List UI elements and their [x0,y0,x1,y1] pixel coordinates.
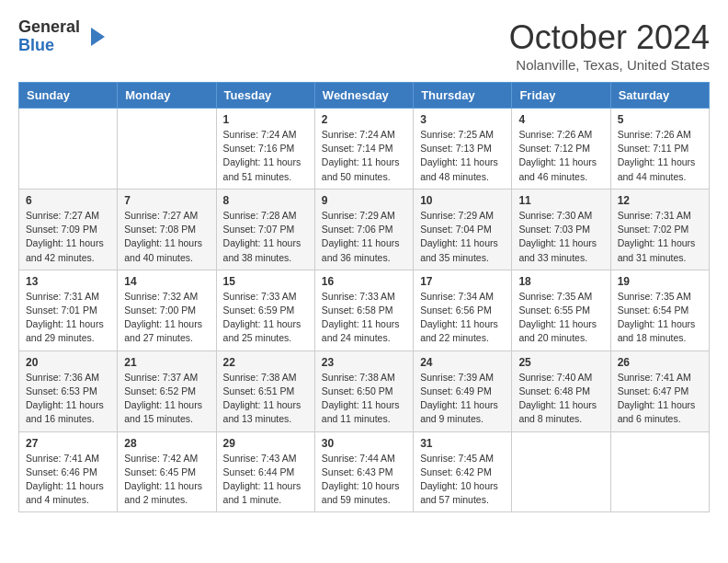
calendar-cell [118,109,216,190]
day-number: 5 [618,113,702,126]
day-number: 21 [124,356,209,369]
day-number: 18 [518,275,603,288]
calendar-header-saturday: Saturday [610,83,709,109]
calendar-week-row: 6Sunrise: 7:27 AM Sunset: 7:09 PM Daylig… [19,189,710,270]
day-number: 22 [223,356,308,369]
day-info: Sunrise: 7:27 AM Sunset: 7:09 PM Dayligh… [26,209,110,265]
calendar-header-friday: Friday [512,83,610,109]
logo-blue-text: Blue [18,37,80,55]
day-info: Sunrise: 7:33 AM Sunset: 6:59 PM Dayligh… [223,290,308,346]
day-number: 14 [124,275,209,288]
day-info: Sunrise: 7:40 AM Sunset: 6:48 PM Dayligh… [518,371,603,427]
day-info: Sunrise: 7:24 AM Sunset: 7:16 PM Dayligh… [223,128,308,184]
day-number: 24 [420,356,505,369]
day-number: 15 [223,275,308,288]
page-header: General Blue October 2024 Nolanville, Te… [18,18,710,73]
day-number: 17 [420,275,505,288]
month-title: October 2024 [509,18,710,57]
day-number: 29 [223,437,308,450]
calendar-header-sunday: Sunday [19,83,118,109]
calendar-week-row: 20Sunrise: 7:36 AM Sunset: 6:53 PM Dayli… [19,350,710,431]
day-number: 3 [420,113,505,126]
day-number: 7 [124,194,209,207]
day-number: 2 [322,113,406,126]
day-info: Sunrise: 7:33 AM Sunset: 6:58 PM Dayligh… [322,290,406,346]
day-info: Sunrise: 7:41 AM Sunset: 6:46 PM Dayligh… [26,452,110,508]
day-info: Sunrise: 7:36 AM Sunset: 6:53 PM Dayligh… [26,371,110,427]
calendar-cell: 5Sunrise: 7:26 AM Sunset: 7:11 PM Daylig… [610,109,709,190]
day-info: Sunrise: 7:42 AM Sunset: 6:45 PM Dayligh… [124,452,209,508]
calendar-cell: 19Sunrise: 7:35 AM Sunset: 6:54 PM Dayli… [610,270,709,350]
calendar-cell: 4Sunrise: 7:26 AM Sunset: 7:12 PM Daylig… [512,109,610,190]
calendar-cell: 27Sunrise: 7:41 AM Sunset: 6:46 PM Dayli… [19,431,118,512]
calendar-cell: 24Sunrise: 7:39 AM Sunset: 6:49 PM Dayli… [414,350,512,431]
day-number: 12 [618,194,702,207]
day-info: Sunrise: 7:32 AM Sunset: 7:00 PM Dayligh… [124,290,209,346]
day-number: 19 [618,275,702,288]
calendar-cell: 6Sunrise: 7:27 AM Sunset: 7:09 PM Daylig… [19,189,118,270]
calendar-cell [610,431,709,512]
day-info: Sunrise: 7:31 AM Sunset: 7:02 PM Dayligh… [618,209,702,265]
calendar-cell: 8Sunrise: 7:28 AM Sunset: 7:07 PM Daylig… [216,189,314,270]
day-info: Sunrise: 7:25 AM Sunset: 7:13 PM Dayligh… [420,128,505,184]
calendar-cell: 3Sunrise: 7:25 AM Sunset: 7:13 PM Daylig… [414,109,512,190]
calendar-cell: 26Sunrise: 7:41 AM Sunset: 6:47 PM Dayli… [610,350,709,431]
calendar-cell: 25Sunrise: 7:40 AM Sunset: 6:48 PM Dayli… [512,350,610,431]
calendar-cell [512,431,610,512]
day-number: 25 [518,356,603,369]
day-info: Sunrise: 7:28 AM Sunset: 7:07 PM Dayligh… [223,209,308,265]
logo-icon [82,23,109,51]
calendar-week-row: 27Sunrise: 7:41 AM Sunset: 6:46 PM Dayli… [19,431,710,512]
day-info: Sunrise: 7:24 AM Sunset: 7:14 PM Dayligh… [322,128,406,184]
logo: General Blue [18,18,109,55]
calendar-cell: 23Sunrise: 7:38 AM Sunset: 6:50 PM Dayli… [314,350,413,431]
day-number: 31 [420,437,505,450]
calendar-cell: 13Sunrise: 7:31 AM Sunset: 7:01 PM Dayli… [19,270,118,350]
calendar-cell: 1Sunrise: 7:24 AM Sunset: 7:16 PM Daylig… [216,109,314,190]
day-number: 8 [223,194,308,207]
calendar-cell: 14Sunrise: 7:32 AM Sunset: 7:00 PM Dayli… [118,270,216,350]
day-info: Sunrise: 7:44 AM Sunset: 6:43 PM Dayligh… [322,452,406,508]
day-number: 11 [518,194,603,207]
day-info: Sunrise: 7:37 AM Sunset: 6:52 PM Dayligh… [124,371,209,427]
calendar-cell: 7Sunrise: 7:27 AM Sunset: 7:08 PM Daylig… [118,189,216,270]
calendar-cell: 31Sunrise: 7:45 AM Sunset: 6:42 PM Dayli… [414,431,512,512]
calendar-cell: 20Sunrise: 7:36 AM Sunset: 6:53 PM Dayli… [19,350,118,431]
day-number: 1 [223,113,308,126]
day-info: Sunrise: 7:35 AM Sunset: 6:54 PM Dayligh… [618,290,702,346]
calendar-cell: 10Sunrise: 7:29 AM Sunset: 7:04 PM Dayli… [414,189,512,270]
day-info: Sunrise: 7:41 AM Sunset: 6:47 PM Dayligh… [618,371,702,427]
day-info: Sunrise: 7:45 AM Sunset: 6:42 PM Dayligh… [420,452,505,508]
calendar-cell: 18Sunrise: 7:35 AM Sunset: 6:55 PM Dayli… [512,270,610,350]
day-info: Sunrise: 7:43 AM Sunset: 6:44 PM Dayligh… [223,452,308,508]
calendar-cell: 9Sunrise: 7:29 AM Sunset: 7:06 PM Daylig… [314,189,413,270]
day-info: Sunrise: 7:35 AM Sunset: 6:55 PM Dayligh… [518,290,603,346]
calendar-cell: 21Sunrise: 7:37 AM Sunset: 6:52 PM Dayli… [118,350,216,431]
day-number: 13 [26,275,110,288]
calendar-header-thursday: Thursday [414,83,512,109]
calendar-header-monday: Monday [118,83,216,109]
calendar-cell: 17Sunrise: 7:34 AM Sunset: 6:56 PM Dayli… [414,270,512,350]
calendar-header-wednesday: Wednesday [314,83,413,109]
day-info: Sunrise: 7:29 AM Sunset: 7:06 PM Dayligh… [322,209,406,265]
day-info: Sunrise: 7:38 AM Sunset: 6:50 PM Dayligh… [322,371,406,427]
calendar-header-tuesday: Tuesday [216,83,314,109]
day-number: 28 [124,437,209,450]
day-info: Sunrise: 7:31 AM Sunset: 7:01 PM Dayligh… [26,290,110,346]
calendar-cell: 30Sunrise: 7:44 AM Sunset: 6:43 PM Dayli… [314,431,413,512]
day-number: 10 [420,194,505,207]
calendar-cell: 28Sunrise: 7:42 AM Sunset: 6:45 PM Dayli… [118,431,216,512]
calendar-cell [19,109,118,190]
calendar-cell: 22Sunrise: 7:38 AM Sunset: 6:51 PM Dayli… [216,350,314,431]
calendar-cell: 15Sunrise: 7:33 AM Sunset: 6:59 PM Dayli… [216,270,314,350]
day-info: Sunrise: 7:26 AM Sunset: 7:12 PM Dayligh… [518,128,603,184]
day-number: 27 [26,437,110,450]
location: Nolanville, Texas, United States [509,57,710,73]
day-number: 4 [518,113,603,126]
day-info: Sunrise: 7:27 AM Sunset: 7:08 PM Dayligh… [124,209,209,265]
day-number: 9 [322,194,406,207]
svg-marker-0 [91,28,105,46]
calendar-header-row: SundayMondayTuesdayWednesdayThursdayFrid… [19,83,710,109]
day-number: 20 [26,356,110,369]
day-number: 16 [322,275,406,288]
